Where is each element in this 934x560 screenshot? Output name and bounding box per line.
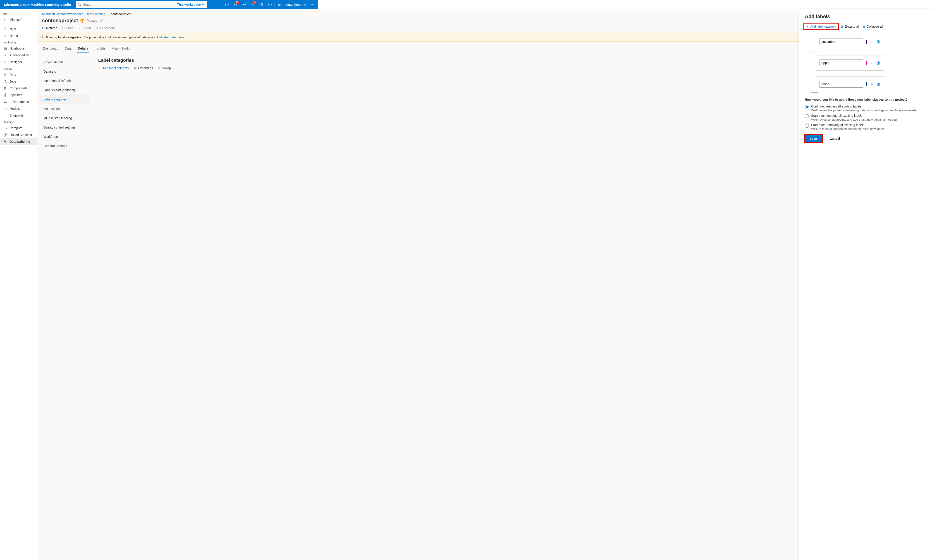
export-icon: ⤓ bbox=[78, 26, 80, 30]
label-icon: ✎ bbox=[96, 26, 98, 30]
pipelines-icon: ╬ bbox=[3, 93, 7, 97]
designer-icon: ⊞ bbox=[3, 60, 7, 64]
subnav-label-categories[interactable]: Label categories bbox=[39, 95, 89, 104]
tab-insights[interactable]: Insights bbox=[94, 45, 106, 53]
panel-title: Label categories bbox=[98, 58, 171, 63]
home-icon: ⌂ bbox=[3, 34, 7, 38]
plus-icon: ＋ bbox=[3, 27, 7, 31]
search-scope[interactable]: This workspace bbox=[174, 3, 207, 6]
expand-icon: ⊞ bbox=[134, 66, 137, 70]
crumb-workspace[interactable]: contosoworkspace bbox=[57, 12, 83, 16]
refresh-icon: ⟳ bbox=[42, 26, 45, 30]
svg-line-1 bbox=[80, 5, 81, 6]
labeling-icon: ✎ bbox=[3, 140, 7, 143]
subnav-workforce[interactable]: Workforce bbox=[39, 132, 89, 142]
favorite-star-icon[interactable]: ☆ bbox=[100, 18, 103, 23]
subnav-quality-control[interactable]: Quality control settings bbox=[39, 123, 89, 132]
subnav-project-details[interactable]: Project details bbox=[39, 58, 89, 67]
subnav-datasets[interactable]: Datasets bbox=[39, 67, 89, 76]
collapse-icon: ⊟ bbox=[158, 66, 160, 70]
subnav-general-settings[interactable]: General Settings bbox=[39, 142, 89, 151]
workspace-switcher[interactable]: contosoworkspace bbox=[274, 3, 317, 6]
topbar: Microsoft Azure Machine Learning Studio … bbox=[0, 0, 318, 9]
panel-collapse-all[interactable]: ⊟Collap bbox=[158, 66, 171, 70]
page-title-row: contosoproject ❚❚ Paused ☆ bbox=[37, 18, 318, 25]
export-button[interactable]: ⤓Export bbox=[78, 26, 91, 30]
models-icon: ⬚ bbox=[3, 107, 7, 111]
nav-components[interactable]: ⊟Components bbox=[0, 85, 37, 92]
subnav-instructions[interactable]: Instructions bbox=[39, 104, 89, 114]
nav-data[interactable]: ⛁Data bbox=[0, 71, 37, 78]
nav-section-manage: Manage bbox=[0, 119, 37, 125]
panel-expand-all[interactable]: ⊞Expand all bbox=[134, 66, 153, 70]
refresh-button[interactable]: ⟳Refresh bbox=[42, 26, 57, 30]
components-icon: ⊟ bbox=[3, 86, 7, 90]
svg-point-5 bbox=[268, 3, 271, 6]
status-text: Paused bbox=[87, 19, 97, 22]
linked-icon: 🔗 bbox=[3, 133, 7, 137]
jobs-icon: ⚗ bbox=[3, 80, 7, 83]
tab-details[interactable]: Details bbox=[77, 45, 89, 53]
plus-icon: ＋ bbox=[98, 66, 102, 70]
feedback-icon[interactable]: 14 bbox=[248, 0, 257, 9]
label-categories-panel: Label categories ＋Add label category ⊞Ex… bbox=[98, 58, 171, 151]
nav-models[interactable]: ⬚Models bbox=[0, 105, 37, 112]
tab-dashboard[interactable]: Dashboard bbox=[43, 45, 59, 53]
project-toolbar: ⟳Refresh ▷Start ⤓Export ✎Label data bbox=[37, 25, 318, 32]
chevron-down-icon bbox=[202, 3, 204, 6]
nav-data-labeling[interactable]: ✎Data Labeling bbox=[0, 138, 37, 145]
topbar-icons: 23 14 contosoworkspace bbox=[223, 0, 318, 9]
nav-linked[interactable]: 🔗Linked Services bbox=[0, 131, 37, 138]
search-input[interactable] bbox=[83, 3, 174, 6]
label-data-button[interactable]: ✎Label data bbox=[96, 26, 115, 30]
tab-data[interactable]: Data bbox=[65, 45, 72, 53]
chevron-right-icon: › bbox=[108, 12, 109, 16]
crumb-labeling[interactable]: Data Labeling bbox=[86, 12, 105, 16]
nav-automl[interactable]: ✦Automated ML bbox=[0, 52, 37, 58]
leftnav: ↩Microsoft ＋New ⌂Home Authoring ▤Noteboo… bbox=[0, 9, 37, 191]
nav-jobs[interactable]: ⚗Jobs bbox=[0, 78, 37, 85]
back-arrow-icon: ↩ bbox=[3, 18, 7, 22]
endpoints-icon: ⇔ bbox=[3, 114, 7, 117]
nav-compute[interactable]: ▭Compute bbox=[0, 125, 37, 131]
nav-new[interactable]: ＋New bbox=[0, 25, 37, 32]
details-content: Project details Datasets Incremental ref… bbox=[37, 53, 318, 151]
pause-icon: ❚❚ bbox=[80, 18, 85, 23]
panel-add-category[interactable]: ＋Add label category bbox=[98, 66, 129, 70]
search-icon bbox=[78, 3, 81, 6]
nav-designer[interactable]: ⊞Designer bbox=[0, 58, 37, 65]
nav-environments[interactable]: ☁Environments bbox=[0, 98, 37, 105]
bell-icon[interactable]: 23 bbox=[231, 0, 240, 9]
app-title: Microsoft Azure Machine Learning Studio bbox=[0, 3, 75, 6]
page-title: contosoproject bbox=[42, 18, 78, 23]
nav-home[interactable]: ⌂Home bbox=[0, 32, 37, 39]
play-icon: ▷ bbox=[62, 26, 65, 30]
banner-link[interactable]: Add label categories. bbox=[156, 35, 185, 39]
subnav-ml-assisted[interactable]: ML assisted labeling bbox=[39, 114, 89, 123]
svg-point-0 bbox=[78, 3, 80, 5]
details-subnav: Project details Datasets Incremental ref… bbox=[39, 58, 89, 151]
bell-badge: 23 bbox=[235, 1, 239, 4]
subnav-label-export[interactable]: Label export (optional) bbox=[39, 86, 89, 95]
smile-icon[interactable] bbox=[266, 0, 274, 9]
clock-icon[interactable] bbox=[223, 0, 231, 9]
hamburger-icon[interactable] bbox=[0, 11, 37, 16]
start-button[interactable]: ▷Start bbox=[62, 26, 73, 30]
feedback-badge: 14 bbox=[252, 1, 257, 4]
breadcrumb: Microsoft contosoworkspace Data Labeling… bbox=[37, 9, 318, 18]
nav-pipelines[interactable]: ╬Pipelines bbox=[0, 92, 37, 98]
search-box[interactable]: This workspace bbox=[76, 2, 207, 8]
compute-icon: ▭ bbox=[3, 126, 7, 130]
nav-section-authoring: Authoring bbox=[0, 39, 37, 45]
subnav-incremental-refresh[interactable]: Incremental refresh bbox=[39, 76, 89, 86]
gear-icon[interactable] bbox=[240, 0, 248, 9]
nav-back[interactable]: ↩Microsoft bbox=[0, 16, 37, 23]
nav-notebooks[interactable]: ▤Notebooks bbox=[0, 45, 37, 52]
help-icon[interactable] bbox=[257, 0, 266, 9]
info-icon: ⓘ bbox=[41, 35, 44, 39]
nav-endpoints[interactable]: ⇔Endpoints bbox=[0, 112, 37, 119]
tab-vision-studio[interactable]: Vision Studio bbox=[111, 45, 131, 53]
crumb-microsoft[interactable]: Microsoft bbox=[42, 12, 55, 16]
notebook-icon: ▤ bbox=[3, 47, 7, 50]
crumb-current: contosoproject bbox=[111, 12, 131, 16]
